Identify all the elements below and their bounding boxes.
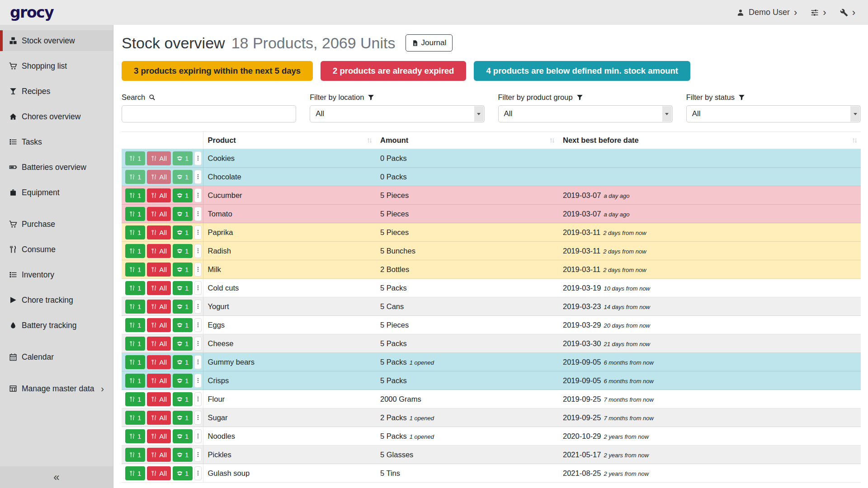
row-menu-button[interactable]	[194, 374, 202, 388]
open-one-button[interactable]: 1	[173, 281, 193, 295]
consume-one-button[interactable]: 1	[125, 263, 145, 277]
consume-all-button[interactable]: All	[147, 392, 171, 406]
search-input[interactable]	[122, 105, 296, 122]
sidebar-item-chores-overview[interactable]: Chores overview	[0, 106, 113, 127]
open-one-button[interactable]: 1	[173, 392, 193, 406]
row-menu-button[interactable]	[194, 448, 202, 462]
consume-one-button[interactable]: 1	[125, 392, 145, 406]
row-menu-button[interactable]	[194, 281, 202, 295]
sidebar-item-inventory[interactable]: Inventory	[0, 264, 113, 285]
row-menu-button[interactable]	[194, 429, 202, 443]
consume-all-button[interactable]: All	[147, 263, 171, 277]
row-menu-button[interactable]	[194, 392, 202, 406]
consume-all-button[interactable]: All	[147, 244, 171, 258]
open-one-button[interactable]: 1	[173, 411, 193, 425]
consume-all-button[interactable]: All	[147, 225, 171, 239]
open-one-button[interactable]: 1	[173, 188, 193, 202]
consume-all-button[interactable]: All	[147, 281, 171, 295]
consume-one-button[interactable]: 1	[125, 207, 145, 221]
open-one-button[interactable]: 1	[173, 244, 193, 258]
consume-one-button[interactable]: 1	[125, 448, 145, 462]
consume-one-button[interactable]: 1	[125, 151, 145, 165]
row-menu-button[interactable]	[194, 207, 202, 221]
open-one-button[interactable]: 1	[173, 374, 193, 388]
sidebar-item-purchase[interactable]: Purchase	[0, 214, 113, 235]
row-menu-button[interactable]	[194, 318, 202, 332]
column-header-product[interactable]: Product	[203, 132, 376, 149]
filter-status-select[interactable]: All	[686, 105, 861, 122]
open-one-button[interactable]: 1	[173, 170, 193, 184]
consume-one-button[interactable]: 1	[125, 225, 145, 239]
consume-all-button[interactable]: All	[147, 207, 171, 221]
sidebar-item-calendar[interactable]: Calendar	[0, 347, 113, 367]
open-one-button[interactable]: 1	[173, 337, 193, 351]
column-header-next-best-before-date[interactable]: Next best before date	[558, 132, 861, 149]
row-menu-button[interactable]	[194, 337, 202, 351]
consume-all-button[interactable]: All	[147, 170, 171, 184]
settings-menu[interactable]: ›	[811, 8, 826, 18]
sidebar-collapse-button[interactable]: «	[0, 466, 113, 488]
open-one-button[interactable]: 1	[173, 355, 193, 369]
consume-one-button[interactable]: 1	[125, 170, 145, 184]
consume-one-button[interactable]: 1	[125, 466, 145, 480]
open-one-button[interactable]: 1	[173, 300, 193, 314]
consume-all-button[interactable]: All	[147, 151, 171, 165]
consume-all-button[interactable]: All	[147, 448, 171, 462]
open-one-button[interactable]: 1	[173, 318, 193, 332]
open-one-button[interactable]: 1	[173, 429, 193, 443]
consume-all-button[interactable]: All	[147, 337, 171, 351]
row-menu-button[interactable]	[194, 355, 202, 369]
row-menu-button[interactable]	[194, 411, 202, 425]
open-one-button[interactable]: 1	[173, 263, 193, 277]
sidebar-item-manage-master-data[interactable]: Manage master data›	[0, 378, 113, 399]
journal-button[interactable]: Journal	[406, 34, 453, 52]
consume-one-button[interactable]: 1	[125, 244, 145, 258]
sidebar-item-batteries-overview[interactable]: Batteries overview	[0, 157, 113, 178]
consume-one-button[interactable]: 1	[125, 355, 145, 369]
row-menu-button[interactable]	[194, 225, 202, 239]
row-menu-button[interactable]	[194, 188, 202, 202]
sidebar-item-chore-tracking[interactable]: Chore tracking	[0, 290, 113, 310]
consume-all-button[interactable]: All	[147, 300, 171, 314]
row-menu-button[interactable]	[194, 170, 202, 184]
consume-one-button[interactable]: 1	[125, 300, 145, 314]
sidebar-item-shopping-list[interactable]: Shopping list	[0, 56, 113, 76]
column-header-amount[interactable]: Amount	[376, 132, 558, 149]
status-badge-2[interactable]: 2 products are already expired	[321, 61, 466, 81]
status-badge-1[interactable]: 3 products expiring within the next 5 da…	[122, 61, 313, 81]
consume-all-button[interactable]: All	[147, 318, 171, 332]
consume-all-button[interactable]: All	[147, 188, 171, 202]
consume-one-button[interactable]: 1	[125, 318, 145, 332]
filter-location-select[interactable]: All	[310, 105, 484, 122]
sidebar-item-equipment[interactable]: Equipment	[0, 182, 113, 203]
consume-all-button[interactable]: All	[147, 355, 171, 369]
consume-one-button[interactable]: 1	[125, 337, 145, 351]
row-menu-button[interactable]	[194, 466, 202, 480]
sidebar-item-recipes[interactable]: Recipes	[0, 81, 113, 102]
row-menu-button[interactable]	[194, 151, 202, 165]
row-menu-button[interactable]	[194, 244, 202, 258]
consume-one-button[interactable]: 1	[125, 429, 145, 443]
sidebar-item-battery-tracking[interactable]: Battery tracking	[0, 315, 113, 336]
row-menu-button[interactable]	[194, 263, 202, 277]
user-menu[interactable]: Demo User›	[736, 8, 797, 18]
row-menu-button[interactable]	[194, 300, 202, 314]
app-logo[interactable]: grocy	[10, 4, 53, 21]
sidebar-item-tasks[interactable]: Tasks	[0, 131, 113, 152]
consume-one-button[interactable]: 1	[125, 281, 145, 295]
sidebar-item-consume[interactable]: Consume	[0, 239, 113, 260]
consume-all-button[interactable]: All	[147, 466, 171, 480]
open-one-button[interactable]: 1	[173, 151, 193, 165]
consume-one-button[interactable]: 1	[125, 374, 145, 388]
consume-all-button[interactable]: All	[147, 374, 171, 388]
consume-one-button[interactable]: 1	[125, 188, 145, 202]
open-one-button[interactable]: 1	[173, 466, 193, 480]
open-one-button[interactable]: 1	[173, 225, 193, 239]
consume-all-button[interactable]: All	[147, 411, 171, 425]
status-badge-3[interactable]: 4 products are below defined min. stock …	[474, 61, 690, 81]
sidebar-item-stock-overview[interactable]: Stock overview	[0, 30, 113, 51]
open-one-button[interactable]: 1	[173, 448, 193, 462]
admin-menu[interactable]: ›	[840, 8, 855, 18]
consume-all-button[interactable]: All	[147, 429, 171, 443]
filter-product-group-select[interactable]: All	[498, 105, 673, 122]
